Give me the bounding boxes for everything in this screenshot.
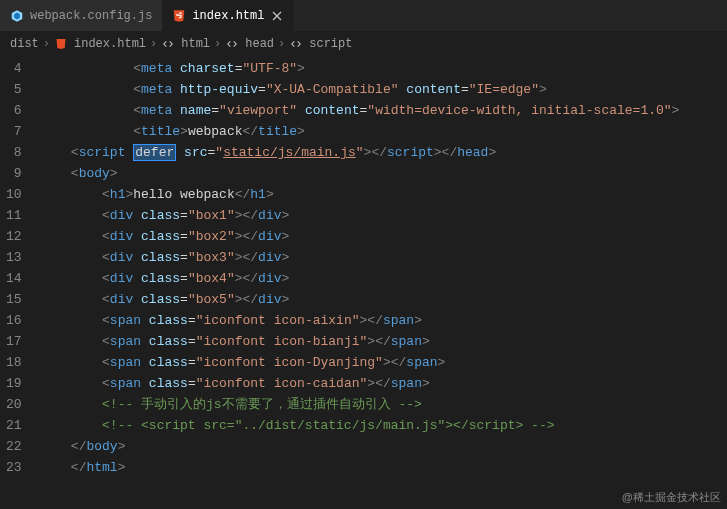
chevron-right-icon: › — [150, 37, 157, 51]
breadcrumb-item[interactable]: index.html — [74, 37, 146, 51]
line-number: 13 — [6, 247, 22, 268]
code-icon — [161, 37, 175, 51]
code-line[interactable]: <meta name="viewport" content="width=dev… — [40, 100, 727, 121]
line-number: 12 — [6, 226, 22, 247]
code-line[interactable]: <div class="box3"></div> — [40, 247, 727, 268]
code-line[interactable]: <title>webpack</title> — [40, 121, 727, 142]
line-number: 4 — [6, 58, 22, 79]
line-number: 17 — [6, 331, 22, 352]
chevron-right-icon: › — [43, 37, 50, 51]
chevron-right-icon: › — [278, 37, 285, 51]
code-line[interactable]: <span class="iconfont icon-Dyanjing"></s… — [40, 352, 727, 373]
close-icon[interactable] — [270, 9, 284, 23]
line-number: 18 — [6, 352, 22, 373]
code-line[interactable]: <!-- 手动引入的js不需要了，通过插件自动引入 --> — [40, 394, 727, 415]
breadcrumb-item[interactable]: dist — [10, 37, 39, 51]
code-icon — [225, 37, 239, 51]
line-number: 6 — [6, 100, 22, 121]
code-line[interactable]: </html> — [40, 457, 727, 478]
line-number: 8 — [6, 142, 22, 163]
code-line[interactable]: <span class="iconfont icon-caidan"></spa… — [40, 373, 727, 394]
webpack-icon — [10, 9, 24, 23]
code-line[interactable]: <meta http-equiv="X-UA-Compatible" conte… — [40, 79, 727, 100]
code-line[interactable]: <span class="iconfont icon-aixin"></span… — [40, 310, 727, 331]
code-line[interactable]: <!-- <script src="../dist/static/js/main… — [40, 415, 727, 436]
line-number: 11 — [6, 205, 22, 226]
tab-index-html[interactable]: index.html — [162, 0, 294, 31]
breadcrumb: dist › index.html › html › head › script — [0, 32, 727, 56]
line-number: 9 — [6, 163, 22, 184]
line-number: 19 — [6, 373, 22, 394]
chevron-right-icon: › — [214, 37, 221, 51]
line-number: 20 — [6, 394, 22, 415]
line-number: 10 — [6, 184, 22, 205]
line-number: 7 — [6, 121, 22, 142]
code-icon — [289, 37, 303, 51]
line-number: 23 — [6, 457, 22, 478]
tab-label: index.html — [192, 9, 264, 23]
code-line[interactable]: <body> — [40, 163, 727, 184]
code-line[interactable]: <span class="iconfont icon-bianji"></spa… — [40, 331, 727, 352]
breadcrumb-item[interactable]: script — [309, 37, 352, 51]
code-line[interactable]: <script defer src="static/js/main.js"></… — [40, 142, 727, 163]
line-number: 15 — [6, 289, 22, 310]
line-number-gutter: 4567891011121314151617181920212223 — [0, 56, 40, 509]
tab-bar: webpack.config.js index.html — [0, 0, 727, 32]
html-icon — [172, 9, 186, 23]
breadcrumb-item[interactable]: head — [245, 37, 274, 51]
tab-label: webpack.config.js — [30, 9, 152, 23]
code-line[interactable]: <div class="box2"></div> — [40, 226, 727, 247]
line-number: 21 — [6, 415, 22, 436]
html-icon — [54, 37, 68, 51]
breadcrumb-item[interactable]: html — [181, 37, 210, 51]
line-number: 16 — [6, 310, 22, 331]
code-line[interactable]: <meta charset="UTF-8"> — [40, 58, 727, 79]
code-line[interactable]: <div class="box5"></div> — [40, 289, 727, 310]
editor: 4567891011121314151617181920212223 <meta… — [0, 56, 727, 509]
line-number: 22 — [6, 436, 22, 457]
watermark: @稀土掘金技术社区 — [622, 490, 721, 505]
code-area[interactable]: <meta charset="UTF-8"> <meta http-equiv=… — [40, 56, 727, 509]
line-number: 5 — [6, 79, 22, 100]
line-number: 14 — [6, 268, 22, 289]
tab-webpack-config[interactable]: webpack.config.js — [0, 0, 162, 31]
code-line[interactable]: <div class="box1"></div> — [40, 205, 727, 226]
code-line[interactable]: <div class="box4"></div> — [40, 268, 727, 289]
code-line[interactable]: </body> — [40, 436, 727, 457]
code-line[interactable]: <h1>hello webpack</h1> — [40, 184, 727, 205]
